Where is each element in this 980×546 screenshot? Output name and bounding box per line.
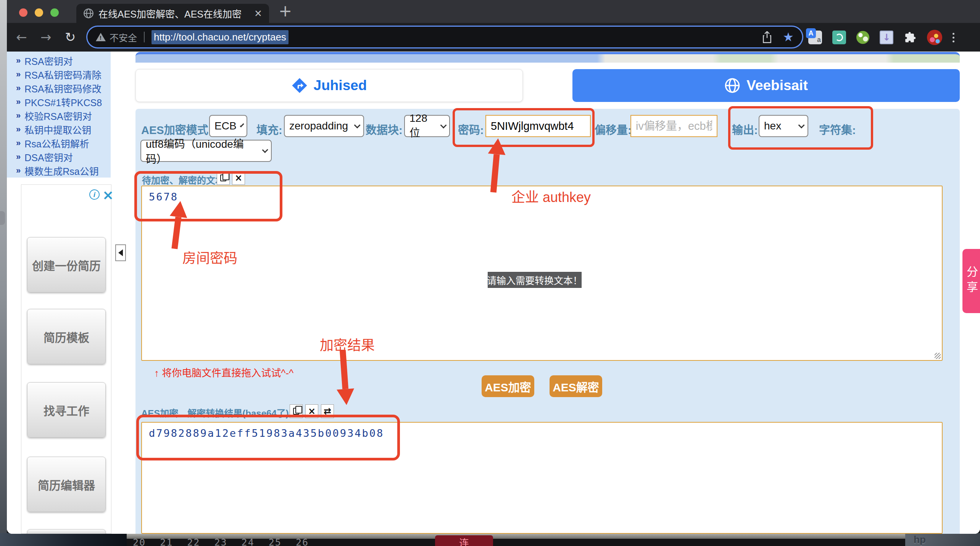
back-button[interactable]: ← [16,29,27,45]
ad-button-create-resume[interactable]: 创建一份简历 [27,237,106,292]
aes-decrypt-button[interactable]: AES解密 [550,375,602,397]
directions-icon [292,78,308,94]
wallpaper-embossed-text: hp [914,534,926,546]
ad-close-icon[interactable]: × [102,187,114,203]
share-icon[interactable] [761,31,773,44]
desktop-edge [0,0,7,534]
browser-menu-icon[interactable] [953,33,954,42]
profile-avatar[interactable] [927,30,942,45]
chevron-down-icon [354,122,361,128]
ad-button-partial[interactable] [27,529,106,534]
chevron-left-icon [118,249,123,256]
video-download-extension-icon[interactable]: ↓ [880,31,893,44]
annotation-enterprise-authkey: 企业 authkey [511,186,591,206]
tab-title: 在线AES加密解密、AES在线加密 [98,6,242,20]
drag-drop-hint: ↑ 将你电脑文件直接拖入试试^-^ [154,365,293,379]
ad-button-resume-template[interactable]: 简历模板 [27,309,106,364]
background-red-button: 连 [435,535,493,546]
globe-icon [724,78,740,94]
sidebar-collapse-handle[interactable] [115,244,126,261]
close-window-button[interactable] [19,8,27,17]
desktop-bottom-right: hp [905,533,980,546]
sidebar-item-verify-rsa-keypair[interactable]: »校验RSA密钥对 [16,109,92,123]
sidebar-item-rsa-pwd-clear[interactable]: »RSA私钥密码清除 [16,68,102,81]
extensions-puzzle-icon[interactable] [904,31,917,44]
desktop-edge-nub [0,211,5,225]
annotation-room-password: 房间密码 [182,247,237,267]
veebisait-label: Veebisait [746,78,808,94]
active-tab[interactable]: 在线AES加密解密、AES在线加密 ✕ [76,4,269,23]
forward-button[interactable]: → [40,29,52,45]
sidebar-item-dsa-keypair[interactable]: »DSA密钥对 [16,150,73,164]
reload-button[interactable]: ↻ [65,29,76,45]
traffic-lights [19,8,59,17]
ad-veebisait-button[interactable]: Veebisait [572,69,960,102]
translate-extension-icon[interactable]: a A [808,31,822,44]
ad-button-find-job[interactable]: 找寻工作 [27,382,106,438]
browser-window: 在线AES加密解密、AES在线加密 ✕ + ← → ↻ ! 不安全 http:/… [7,0,980,534]
background-calendar-numbers: 20 21 22 23 24 25 26 [133,537,309,546]
desktop-bottom-left [0,533,127,546]
chevron-down-icon [240,123,244,128]
sidebar-item-modulus-rsa-pubkey[interactable]: »模数生成Rsa公钥 [16,164,99,178]
security-label: 不安全 [110,31,137,44]
zoom-window-button[interactable] [50,8,59,17]
sidebar-item-rsa-key-parse[interactable]: »Rsa公私钥解析 [16,136,89,150]
aes-mode-label: AES加密模式: [141,121,212,137]
sidebar-item-pkcs1-to-pkcs8[interactable]: »PKCS#1转PKCS8 [16,95,102,109]
block-size-select[interactable]: 128位 [404,115,450,137]
extensions-row: a A ↓ [808,30,954,45]
map-ad-image [135,52,960,63]
annotation-box-plaintext [134,171,282,221]
ad-panel: i × 创建一份简历 简历模板 找寻工作 简历编辑器 [21,184,111,534]
padding-select[interactable]: zeropadding [284,115,364,137]
annotation-box-password [453,108,595,147]
chevron-down-icon [440,122,446,129]
validation-tooltip: 请输入需要转换文本！ [488,272,582,288]
sidebar-item-rsa-pwd-change[interactable]: »RSA私钥密码修改 [16,81,102,95]
aes-mode-select[interactable]: ECB [209,115,247,137]
globe-extension-icon[interactable] [856,31,869,44]
share-side-button[interactable]: 分享 [962,249,980,313]
new-tab-button[interactable]: + [279,2,292,20]
resize-grip[interactable] [935,353,941,359]
url-text-selected[interactable]: http://tool.chacuo.net/cryptaes [152,30,289,44]
address-bar[interactable]: ! 不安全 http://tool.chacuo.net/cryptaes ★ [87,27,802,47]
encoding-select[interactable]: utf8编码（unicode编码） [140,140,272,162]
annotation-box-output [728,106,873,150]
iv-input[interactable] [630,115,717,137]
sidebar-item-extract-pubkey[interactable]: »私钥中提取公钥 [16,123,91,136]
address-bar-actions: ★ [761,30,794,44]
url-divider [144,32,145,42]
web-page: »RSA密钥对 »RSA私钥密码清除 »RSA私钥密码修改 »PKCS#1转PK… [7,52,980,534]
annotation-box-result [136,415,400,460]
copy-icon [293,408,299,415]
sidebar-item-rsa-keypair[interactable]: »RSA密钥对 [16,54,73,68]
juhised-label: Juhised [314,78,367,94]
ad-button-resume-editor[interactable]: 简历编辑器 [27,457,106,512]
ad-info-icon[interactable]: i [89,189,100,200]
iv-label: 偏移量: [595,121,632,137]
not-secure-warning-icon: ! [96,33,106,41]
chevron-down-icon [262,147,268,153]
padding-label: 填充: [256,121,282,137]
tab-strip: 在线AES加密解密、AES在线加密 ✕ + [7,0,980,23]
tab-close-icon[interactable]: ✕ [254,8,262,19]
minimize-window-button[interactable] [35,8,43,17]
globe-favicon-icon [83,8,94,19]
block-size-label: 数据块: [366,121,403,137]
refresh-extension-icon[interactable] [832,31,846,44]
aes-encrypt-button[interactable]: AES加密 [482,375,534,397]
ad-juhised-button[interactable]: Juhised [135,69,523,102]
bookmark-star-icon[interactable]: ★ [783,30,794,44]
browser-toolbar: ← → ↻ ! 不安全 http://tool.chacuo.net/crypt… [7,23,980,52]
